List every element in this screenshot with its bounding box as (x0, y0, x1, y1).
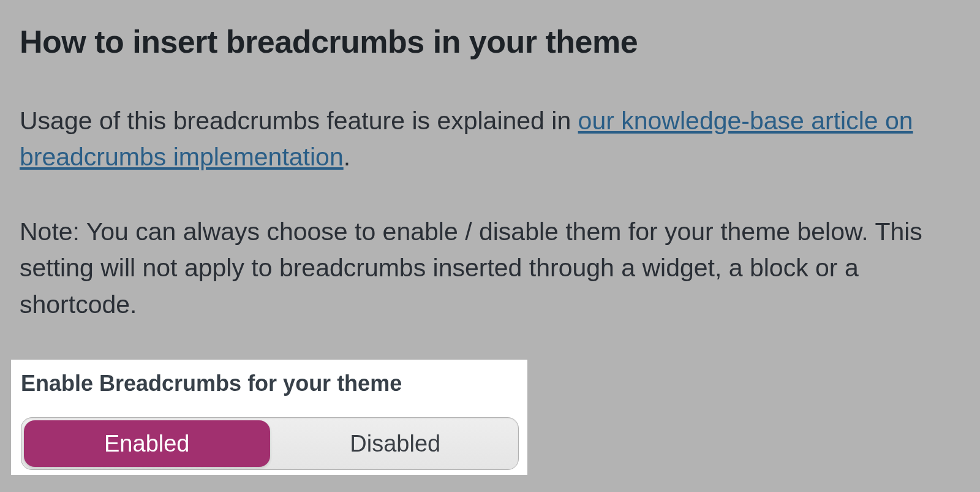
intro-text-before: Usage of this breadcrumbs feature is exp… (20, 107, 578, 135)
breadcrumbs-toggle: Enabled Disabled (21, 417, 519, 470)
intro-text-after: . (344, 143, 350, 171)
enable-breadcrumbs-card: Enable Breadcrumbs for your theme Enable… (11, 360, 527, 475)
section-heading: How to insert breadcrumbs in your theme (20, 23, 960, 60)
toggle-enabled-button[interactable]: Enabled (24, 420, 270, 467)
card-title: Enable Breadcrumbs for your theme (21, 371, 518, 396)
note-paragraph: Note: You can always choose to enable / … (20, 214, 960, 323)
toggle-disabled-button[interactable]: Disabled (273, 418, 519, 469)
intro-paragraph: Usage of this breadcrumbs feature is exp… (20, 103, 960, 176)
